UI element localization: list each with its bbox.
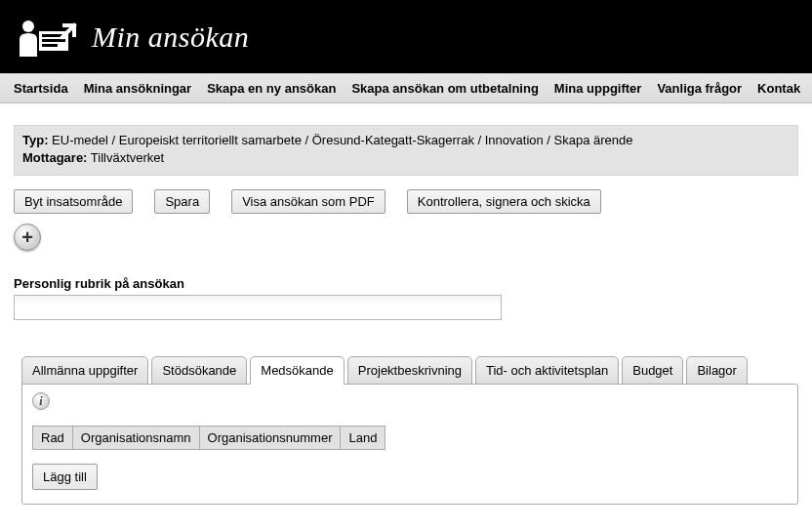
kontrollera-button[interactable]: Kontrollera, signera och skicka — [407, 189, 601, 214]
info-typ-label: Typ: — [22, 133, 48, 147]
main-nav: Startsida Mina ansökningar Skapa en ny a… — [0, 73, 812, 103]
logo-group: Min ansökan — [18, 18, 249, 57]
byt-insatsomrade-button[interactable]: Byt insatsområde — [14, 189, 133, 214]
info-typ-value: EU-medel / Europeiskt territoriellt sama… — [52, 133, 632, 147]
th-organisationsnummer: Organisationsnummer — [199, 427, 341, 450]
th-organisationsnamn: Organisationsnamn — [72, 427, 199, 450]
nav-mina-ansokningar[interactable]: Mina ansökningar — [84, 81, 192, 96]
tab-stodsokande[interactable]: Stödsökande — [151, 356, 247, 385]
tabs-container: Allmänna uppgifter Stödsökande Medsökand… — [21, 355, 798, 505]
nav-startsida[interactable]: Startsida — [14, 81, 68, 96]
info-typ-row: Typ: EU-medel / Europeiskt territoriellt… — [22, 132, 790, 149]
info-mottagare-label: Mottagare: — [22, 150, 87, 165]
application-info: Typ: EU-medel / Europeiskt territoriellt… — [14, 125, 798, 176]
app-logo-icon — [18, 18, 78, 57]
tab-panel-medsokande: i Rad Organisationsnamn Organisationsnum… — [21, 384, 798, 505]
lagg-till-button[interactable]: Lägg till — [32, 464, 98, 490]
header-bar: Min ansökan — [0, 0, 812, 73]
info-mottagare-row: Mottagare: Tillväxtverket — [22, 149, 790, 167]
nav-kontakt[interactable]: Kontak — [757, 81, 800, 96]
tab-tid-aktivitet[interactable]: Tid- och aktivitetsplan — [475, 356, 619, 385]
svg-point-0 — [22, 20, 34, 32]
tab-medsokande[interactable]: Medsökande — [250, 356, 344, 385]
personal-heading-input[interactable] — [14, 295, 502, 320]
info-mottagare-value: Tillväxtverket — [91, 150, 164, 165]
table-header-row: Rad Organisationsnamn Organisationsnumme… — [33, 427, 386, 450]
add-icon-button[interactable]: + — [14, 224, 41, 251]
svg-rect-4 — [42, 44, 58, 47]
nav-skapa-utbetalning[interactable]: Skapa ansökan om utbetalning — [351, 81, 538, 96]
tab-bilagor[interactable]: Bilagor — [686, 356, 747, 385]
action-toolbar: Byt insatsområde Spara Visa ansökan som … — [14, 189, 798, 214]
tab-row: Allmänna uppgifter Stödsökande Medsökand… — [21, 355, 798, 384]
tab-allmanna[interactable]: Allmänna uppgifter — [21, 356, 148, 385]
info-icon[interactable]: i — [32, 392, 50, 410]
nav-mina-uppgifter[interactable]: Mina uppgifter — [554, 81, 642, 96]
th-rad: Rad — [33, 427, 73, 450]
tab-projektbeskrivning[interactable]: Projektbeskrivning — [347, 356, 472, 385]
spara-button[interactable]: Spara — [154, 189, 210, 214]
visa-pdf-button[interactable]: Visa ansökan som PDF — [231, 189, 386, 214]
nav-skapa-ny[interactable]: Skapa en ny ansökan — [207, 81, 336, 96]
tab-budget[interactable]: Budget — [622, 356, 683, 385]
svg-rect-3 — [42, 39, 65, 42]
nav-vanliga-fragor[interactable]: Vanliga frågor — [657, 81, 742, 96]
th-land: Land — [341, 427, 386, 450]
plus-icon: + — [21, 227, 33, 247]
personal-heading-label: Personlig rubrik på ansökan — [14, 276, 798, 291]
site-title: Min ansökan — [92, 20, 249, 54]
coapplicant-table: Rad Organisationsnamn Organisationsnumme… — [32, 426, 386, 450]
